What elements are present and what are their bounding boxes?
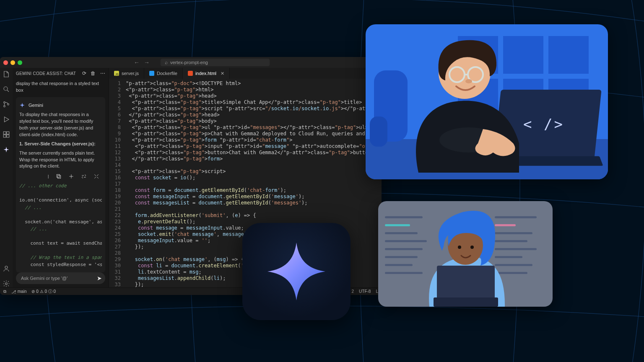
- dk-file-icon: [149, 71, 154, 76]
- trash-icon[interactable]: 🗑: [91, 70, 96, 76]
- svg-rect-7: [7, 135, 9, 137]
- tab-Dockerfile[interactable]: Dockerfile: [144, 68, 183, 79]
- code-toolstrip: I: [19, 172, 102, 180]
- copy-icon[interactable]: [56, 173, 62, 180]
- search-icon[interactable]: [3, 85, 10, 93]
- assistant-h1: 1. Server-Side Changes (server.js):: [19, 141, 102, 147]
- branch-indicator[interactable]: ⎇ main: [11, 289, 26, 294]
- assistant-p2: The server currently sends plain text. W…: [19, 150, 102, 170]
- tab-server-js[interactable]: server.js: [109, 68, 144, 79]
- tab-label: index.html: [195, 71, 216, 76]
- titlebar: ← → vertex-prompt-eng: [0, 57, 382, 68]
- window-close-icon[interactable]: [3, 60, 8, 65]
- assistant-code-block: // ... other code io.on('connection', as…: [19, 182, 102, 268]
- html-file-icon: [188, 71, 193, 76]
- sparkle-icon: [19, 102, 25, 108]
- send-icon[interactable]: ➤: [97, 275, 102, 282]
- nav-arrows: ← →: [134, 59, 150, 66]
- status-encoding[interactable]: UTF-8: [359, 289, 371, 294]
- nav-forward-icon[interactable]: →: [144, 59, 150, 66]
- svg-rect-10: [58, 176, 61, 178]
- svg-point-21: [470, 246, 474, 249]
- person-illustration: [406, 34, 532, 173]
- search-placeholder: vertex-prompt-eng: [170, 60, 208, 65]
- source-control-icon[interactable]: [3, 101, 10, 108]
- chat-input-placeholder: Ask Gemini or type '@': [21, 276, 68, 281]
- gemini-sparkle-large-icon: [265, 240, 328, 303]
- assistant-header: Gemini: [19, 102, 102, 108]
- illustration-developer-1: < />: [366, 24, 608, 179]
- svg-rect-6: [3, 135, 6, 137]
- run-debug-icon[interactable]: [3, 116, 10, 123]
- settings-icon[interactable]: [3, 280, 10, 287]
- illustration-developer-2: [378, 201, 553, 307]
- svg-point-18: [465, 79, 472, 83]
- expand-icon[interactable]: [93, 173, 99, 180]
- activity-bar: [0, 68, 13, 287]
- status-right-1: 2: [352, 289, 354, 294]
- svg-rect-4: [3, 132, 6, 134]
- tab-close-icon[interactable]: ✕: [221, 71, 224, 76]
- insert-icon[interactable]: [68, 173, 74, 180]
- editor-tabs: server.jsDockerfileindex.html✕: [109, 68, 382, 79]
- command-search[interactable]: vertex-prompt-eng: [161, 59, 270, 66]
- account-icon[interactable]: [3, 265, 10, 272]
- svg-point-8: [5, 266, 8, 269]
- diff-icon[interactable]: [81, 173, 87, 180]
- extensions-icon[interactable]: [3, 131, 10, 138]
- gemini-chat-panel: GEMINI CODE ASSIST: CHAT ⟳ 🗑 ⋯ display t…: [13, 68, 109, 287]
- svg-point-0: [4, 87, 8, 90]
- user-prompt: display the chat response in a styled te…: [16, 80, 105, 94]
- svg-rect-5: [7, 132, 9, 134]
- js-file-icon: [114, 71, 119, 76]
- svg-point-1: [4, 102, 5, 103]
- svg-point-2: [4, 106, 5, 107]
- laptop2-illustration: [434, 269, 498, 307]
- svg-point-9: [5, 283, 8, 285]
- svg-point-20: [458, 246, 461, 249]
- svg-rect-11: [57, 175, 60, 178]
- more-icon[interactable]: ⋯: [100, 70, 105, 76]
- remote-icon[interactable]: ⧉: [3, 289, 6, 294]
- window-minimize-icon[interactable]: [10, 60, 15, 65]
- assistant-name: Gemini: [29, 103, 43, 108]
- tab-label: server.js: [122, 71, 139, 76]
- svg-point-3: [8, 103, 9, 105]
- assistant-p1: To display the chat responses in a style…: [19, 111, 102, 138]
- panel-title: GEMINI CODE ASSIST: CHAT: [16, 71, 76, 76]
- nav-back-icon[interactable]: ←: [134, 59, 140, 66]
- gemini-app-tile: [242, 223, 351, 320]
- refresh-icon[interactable]: ⟳: [82, 70, 86, 76]
- chat-input[interactable]: Ask Gemini or type '@' ➤: [16, 272, 105, 284]
- window-zoom-icon[interactable]: [18, 60, 22, 65]
- tab-index-html[interactable]: index.html✕: [183, 68, 230, 79]
- svg-rect-13: [370, 116, 387, 147]
- gutter: 1234567891011121314151617181920212223242…: [109, 79, 124, 287]
- problems-indicator[interactable]: ⊘ 0 ⚠ 0 ⓘ 0: [31, 289, 56, 295]
- files-icon[interactable]: [3, 70, 10, 78]
- gemini-sparkle-icon[interactable]: [3, 146, 10, 153]
- tab-label: Dockerfile: [157, 71, 177, 76]
